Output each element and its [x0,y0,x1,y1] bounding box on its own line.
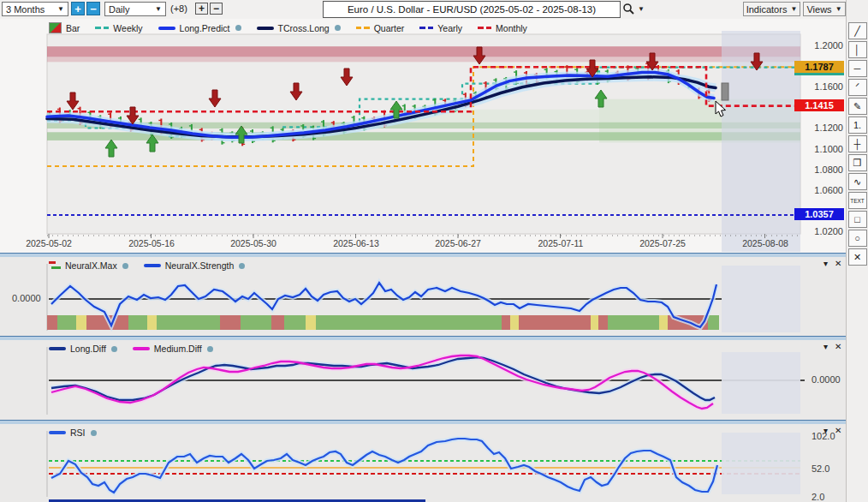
drawing-tools-toolbar: ╱│─⸍✎1.┼❒∿TEXT□○✕ [846,0,868,502]
price-tick-label: 1.1600 [799,81,843,92]
dashed-line-swatch-icon [419,27,433,29]
collapse-panel-icon[interactable]: ▾ [823,259,828,268]
rsi-legend: RSI [49,427,97,438]
range-zoom-out-button[interactable]: − [86,2,100,15]
add-button[interactable]: + [195,3,208,15]
main-price-panel: BarWeeklyLong.PredictTCross.LongQuarterY… [0,19,846,253]
crosshair-tool-icon[interactable]: ┼ [848,135,867,152]
trading-app-window: 3 Months ▼ + − Daily ▼ (+8) + − Euro / U… [0,0,868,502]
line-swatch-icon [144,264,161,267]
legend-label: Monthly [496,23,527,33]
date-tick-label: 2025-08-08 [735,238,795,248]
symbol-title: Euro / U.S. Dollar - EUR/USD (2025-05-02… [348,4,596,15]
info-dot-icon[interactable] [239,263,245,269]
search-icon[interactable] [622,3,634,15]
draw-pen-tool-icon[interactable]: ✎ [848,98,867,115]
price-tick-label: 1.1200 [799,123,843,133]
price-tick-label: 1.1000 [799,144,843,154]
legend-item-long-predict[interactable]: Long.Predict [158,23,241,33]
period-dropdown-value: Daily [109,4,129,15]
legend-item-neuralx-max[interactable]: NeuralX.Max [49,260,128,271]
legend-item-long-diff[interactable]: Long.Diff [49,344,117,354]
legend-item-bar[interactable]: Bar [49,22,80,33]
legend-label: NeuralX.Strength [165,260,235,271]
diff-panel: Long.DiffMedium.Diff 0.0000 ▾ ✕ [0,340,846,420]
indicators-button-label: Indicators [746,4,788,15]
collapse-panel-icon[interactable]: ▾ [823,342,828,351]
info-dot-icon[interactable] [335,25,341,31]
date-tick-label: 2025-06-27 [428,238,488,248]
bar-swatch-icon [49,22,62,33]
range-zoom-in-button[interactable]: + [71,2,85,15]
trend-line-tool-icon[interactable]: ╱ [848,22,867,39]
range-dropdown[interactable]: 3 Months ▼ [2,2,68,16]
legend-item-rsi[interactable]: RSI [49,427,97,438]
neuralx-max-swatch-icon [49,261,61,270]
info-dot-icon[interactable] [111,346,117,352]
symbol-title-input[interactable]: Euro / U.S. Dollar - EUR/USD (2025-05-02… [323,1,621,18]
price-tick-label: 1.2000 [799,40,843,51]
diff-panel-controls: ▾ ✕ [823,342,841,351]
date-tick-label: 2025-05-02 [19,238,79,248]
price-level-badge: 1.1415 [794,99,844,111]
legend-label: Bar [66,23,80,33]
delete-tool-icon[interactable]: ✕ [848,248,867,266]
range-dropdown-value: 3 Months [6,4,45,15]
legend-item-medium-diff[interactable]: Medium.Diff [133,344,213,354]
neuralx-panel: NeuralX.MaxNeuralX.Strength 0.0000 ▾ ✕ [0,257,846,336]
legend-label: Yearly [437,23,462,33]
ellipse-tool-icon[interactable]: ○ [848,230,867,247]
price-tick-label: 1.0600 [799,185,843,195]
legend-label: RSI [70,427,86,438]
price-level-badge: 1.1787 [794,61,844,75]
text-tool-icon[interactable]: TEXT [848,192,867,209]
rectangle-tool-icon[interactable]: □ [848,211,867,228]
info-dot-icon[interactable] [207,346,213,352]
legend-item-tcross-long[interactable]: TCross.Long [257,23,341,33]
close-panel-icon[interactable]: ✕ [835,259,841,268]
dashed-line-swatch-icon [478,27,491,29]
indicators-button[interactable]: Indicators ▼ [743,2,800,16]
close-panel-icon[interactable]: ✕ [835,342,841,351]
info-dot-icon[interactable] [122,263,128,269]
neuralx-legend: NeuralX.MaxNeuralX.Strength [49,260,245,271]
price-level-badge: 1.0357 [794,208,844,220]
short-segment-tool-icon[interactable]: ⸍ [848,79,867,96]
legend-label: Weekly [113,23,142,33]
collapse-panel-icon[interactable]: ▾ [823,426,828,435]
info-dot-icon[interactable] [91,430,97,436]
legend-item-yearly[interactable]: Yearly [419,23,462,33]
date-tick-label: 2025-07-25 [633,238,693,248]
views-button[interactable]: Views ▼ [803,2,846,16]
price-tick-label: 1.0800 [799,164,843,175]
line-swatch-icon [257,27,274,30]
search-caret-icon[interactable]: ▼ [638,5,645,13]
number-label-tool-icon[interactable]: 1. [848,117,867,134]
horizontal-line-tool-icon[interactable]: ─ [848,60,867,77]
line-swatch-icon [49,347,66,350]
remove-button[interactable]: − [210,3,223,15]
rsi-panel: RSI 102.052.02.0 ▾ ✕ [0,424,846,502]
extra-indicator-count: (+8) [170,3,187,14]
legend-item-monthly[interactable]: Monthly [478,23,527,33]
top-toolbar: 3 Months ▼ + − Daily ▼ (+8) + − Euro / U… [0,0,868,21]
period-dropdown[interactable]: Daily ▼ [104,2,166,16]
price-chart-canvas[interactable] [0,19,846,253]
rsi-chart-canvas[interactable] [0,424,846,502]
vertical-line-tool-icon[interactable]: │ [848,41,867,58]
chevron-down-icon: ▼ [155,5,162,13]
legend-item-neuralx-strength[interactable]: NeuralX.Strength [144,260,246,271]
info-dot-icon[interactable] [235,25,241,31]
close-panel-icon[interactable]: ✕ [835,426,841,435]
callout-tool-icon[interactable]: ❒ [848,154,867,171]
legend-label: Long.Predict [180,23,230,33]
legend-item-weekly[interactable]: Weekly [95,23,142,33]
date-tick-label: 2025-05-16 [122,238,181,248]
wave-tool-icon[interactable]: ∿ [848,173,867,190]
main-chart-legend: BarWeeklyLong.PredictTCross.LongQuarterY… [49,22,527,33]
legend-label: Quarter [374,23,405,33]
legend-item-quarter[interactable]: Quarter [356,23,405,33]
legend-label: NeuralX.Max [65,260,117,271]
line-swatch-icon [158,27,175,30]
legend-label: Long.Diff [70,344,106,354]
